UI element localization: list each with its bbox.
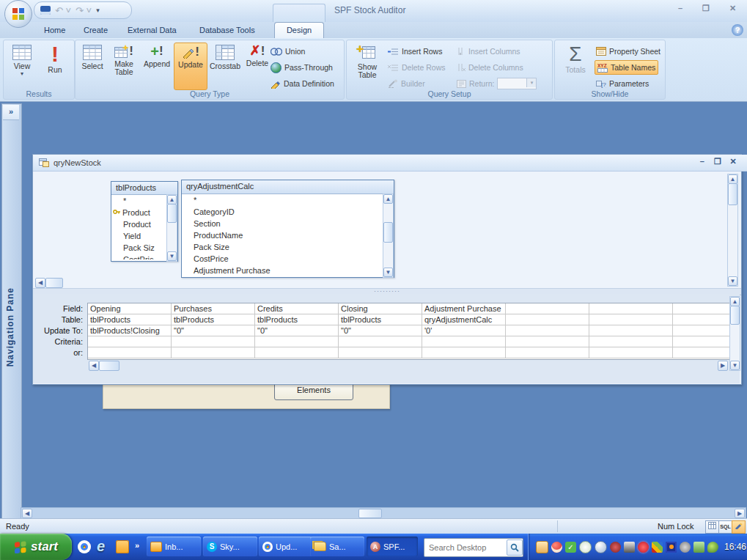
run-button[interactable]: ! Run — [40, 43, 70, 89]
totals-button[interactable]: Σ Totals — [559, 43, 592, 89]
grid-cell[interactable] — [339, 347, 422, 358]
field-row[interactable]: Pack Size — [182, 241, 394, 253]
delete-query-button[interactable]: ✗! Delete — [243, 43, 272, 89]
scroll-thumb[interactable] — [358, 509, 382, 518]
grid-cell[interactable]: Closing — [339, 303, 422, 314]
tab-design[interactable]: Design — [274, 22, 324, 38]
quicklaunch-more-icon[interactable]: » — [135, 541, 139, 550]
grid-cell[interactable] — [506, 303, 589, 314]
taskbar-button-save-folder[interactable]: Sa... — [310, 537, 364, 556]
query-close-button[interactable]: ✕ — [726, 157, 740, 166]
field-list-tblproducts[interactable]: tblProducts * Product Product Yield Pack… — [111, 181, 178, 262]
grid-cell[interactable]: tblProducts — [255, 314, 339, 325]
grid-cell[interactable] — [255, 336, 339, 347]
tray-camera-icon[interactable] — [624, 542, 635, 553]
desktop-search-input[interactable] — [424, 540, 505, 555]
grid-cell[interactable]: '0' — [422, 325, 506, 336]
crosstab-query-button[interactable]: Crosstab — [207, 43, 243, 89]
scroll-thumb[interactable] — [99, 361, 119, 371]
tblproducts-scrollbar[interactable]: ▲ ▼ — [166, 194, 177, 262]
select-query-button[interactable]: Select — [77, 43, 108, 89]
field-row[interactable]: CostPrice — [182, 253, 394, 265]
insert-columns-button[interactable]: Insert Columns — [457, 45, 520, 58]
return-dropdown-arrow[interactable]: ▾ — [526, 78, 536, 87]
scroll-down-icon[interactable]: ▼ — [730, 361, 740, 370]
scroll-down-icon[interactable]: ▼ — [728, 276, 737, 286]
design-view-button[interactable] — [732, 520, 746, 534]
grid-v-scrollbar[interactable]: ▲ ▼ — [729, 296, 740, 371]
grid-cell[interactable]: Adjustment Purchase — [422, 303, 506, 314]
tray-magnifier-icon[interactable] — [595, 541, 607, 553]
grid-cell[interactable] — [589, 314, 673, 325]
tab-external-data[interactable]: External Data — [120, 23, 184, 37]
close-window-button[interactable]: ✕ — [729, 4, 736, 13]
delete-columns-button[interactable]: Delete Columns — [457, 61, 523, 74]
grid-cell[interactable]: Purchases — [172, 303, 255, 314]
scroll-thumb[interactable] — [383, 222, 393, 243]
qryadjustmentcalc-scrollbar[interactable]: ▲ ▼ — [383, 194, 394, 278]
internet-explorer-quicklaunch-icon[interactable]: e — [97, 538, 105, 555]
start-button[interactable]: start — [0, 534, 72, 560]
grid-cell[interactable]: Opening — [88, 303, 172, 314]
grid-cell[interactable] — [673, 336, 730, 347]
grid-cell[interactable] — [506, 347, 589, 358]
chrome-quicklaunch-icon[interactable] — [78, 540, 91, 553]
tray-disc-icon[interactable] — [610, 542, 621, 553]
grid-cell[interactable] — [422, 336, 506, 347]
grid-cell[interactable]: qryAdjustmentCalc — [422, 314, 506, 325]
scroll-left-icon[interactable]: ◀ — [22, 509, 32, 518]
grid-cell[interactable] — [673, 347, 730, 358]
scroll-left-icon[interactable]: ◀ — [35, 278, 45, 288]
grid-cell[interactable] — [589, 347, 673, 358]
query-window-titlebar[interactable]: qryNewStock – ❐ ✕ — [33, 155, 747, 172]
taskbar-button-inbox[interactable]: Inb... — [147, 537, 201, 556]
field-list-title[interactable]: qryAdjustmentCalc — [182, 180, 394, 194]
scroll-thumb[interactable] — [167, 204, 177, 223]
delete-rows-button[interactable]: Delete Rows — [388, 61, 446, 74]
builder-button[interactable]: Builder — [388, 77, 425, 90]
outlook-quicklaunch-icon[interactable] — [116, 540, 129, 553]
qat-customize-icon[interactable]: ▾ — [96, 7, 100, 14]
grid-cell[interactable]: tblProducts — [339, 314, 422, 325]
tray-volume-icon[interactable] — [680, 542, 691, 553]
append-query-button[interactable]: +! Append — [141, 43, 172, 89]
minimize-window-button[interactable]: – — [678, 4, 682, 12]
insert-rows-button[interactable]: Insert Rows — [388, 45, 442, 58]
expand-navigation-pane-button[interactable]: » — [3, 105, 19, 120]
grid-cell[interactable] — [673, 325, 730, 336]
scroll-left-icon[interactable]: ◀ — [89, 361, 99, 371]
view-button[interactable]: View ▾ — [7, 43, 37, 89]
grid-cell[interactable] — [589, 325, 673, 336]
office-button[interactable] — [4, 0, 32, 28]
data-definition-button[interactable]: Data Definition — [271, 77, 334, 90]
diagram-v-scrollbar[interactable]: ▲ ▼ — [727, 174, 738, 287]
field-list-qryadjustmentcalc[interactable]: qryAdjustmentCalc * CategoryID Section P… — [181, 180, 394, 278]
taskbar-clock[interactable]: 16:46 — [724, 542, 746, 552]
grid-cell[interactable] — [88, 347, 172, 358]
field-row[interactable]: ProductName — [182, 229, 394, 241]
grid-cell[interactable]: "0" — [339, 325, 422, 336]
view-dropdown-arrow[interactable]: ▾ — [21, 70, 23, 77]
scroll-thumb[interactable] — [45, 278, 63, 288]
taskbar-button-skype[interactable]: S Sky... — [203, 537, 257, 556]
table-names-button[interactable]: XYZ Table Names — [595, 60, 658, 75]
datasheet-view-button[interactable] — [705, 520, 719, 534]
tray-scheduler-icon[interactable] — [536, 541, 548, 553]
tray-nvidia-icon[interactable] — [707, 542, 718, 553]
query-minimize-button[interactable]: – — [696, 157, 709, 166]
grid-cell[interactable] — [506, 325, 589, 336]
diagram-h-scrollbar[interactable]: ◀ — [35, 278, 67, 287]
return-combobox[interactable]: ▾ — [497, 78, 537, 89]
scroll-right-icon[interactable]: ▶ — [718, 361, 728, 371]
pass-through-button[interactable]: Pass-Through — [271, 61, 333, 74]
scroll-down-icon[interactable]: ▼ — [167, 251, 177, 261]
grid-cell[interactable] — [88, 336, 172, 347]
union-button[interactable]: Union — [271, 45, 305, 58]
field-list-title[interactable]: tblProducts — [111, 182, 177, 195]
grid-cell[interactable]: tblProducts!Closing — [88, 325, 172, 336]
sql-view-button[interactable]: SQL — [718, 520, 732, 534]
show-table-button[interactable]: + Show Table — [351, 43, 383, 89]
redo-icon[interactable]: ↷ ˅ — [76, 5, 92, 16]
tray-badge-icon[interactable] — [579, 541, 592, 553]
grid-cell[interactable]: "0" — [172, 325, 255, 336]
